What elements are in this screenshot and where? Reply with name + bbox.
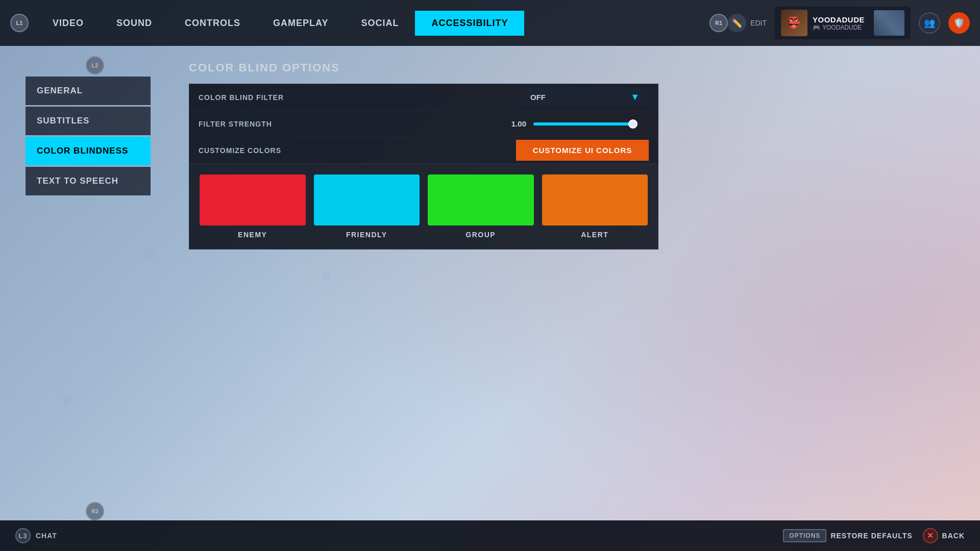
group-color-box[interactable] <box>428 174 534 226</box>
color-blind-filter-dropdown[interactable]: OFF ▼ <box>521 88 649 107</box>
alert-color-box[interactable] <box>542 174 648 226</box>
main-content: L2 GENERAL SUBTITLES COLOR BLINDNESS TEX… <box>0 46 980 551</box>
customize-colors-label: CUSTOMIZE COLORS <box>199 146 516 155</box>
enemy-color-box[interactable] <box>200 174 306 226</box>
sidebar-item-subtitles[interactable]: SUBTITLES <box>26 107 151 135</box>
notification-button[interactable]: 🛡️ <box>948 12 970 34</box>
sidebar-item-text-to-speech[interactable]: TEXT TO SPEECH <box>26 167 151 195</box>
bottom-right-actions: OPTIONS RESTORE DEFAULTS ✕ BACK <box>783 528 965 543</box>
r2-button[interactable]: R2 <box>86 502 104 520</box>
slider-thumb[interactable] <box>628 119 638 129</box>
chat-label: CHAT <box>36 532 57 540</box>
back-button[interactable]: ✕ BACK <box>923 528 965 543</box>
l2-button[interactable]: L2 <box>86 56 104 74</box>
alert-label: ALERT <box>581 231 608 239</box>
r1-button[interactable]: R1 <box>709 14 728 32</box>
swatch-enemy: ENEMY <box>200 174 306 239</box>
avatar: 👺 <box>781 10 807 36</box>
slider-value: 1.00 <box>506 119 526 128</box>
chat-section: L3 CHAT <box>15 528 57 543</box>
tab-accessibility[interactable]: ACCESSIBILITY <box>415 11 524 36</box>
color-swatches: ENEMY FRIENDLY GROUP ALERT <box>189 164 658 249</box>
enemy-label: ENEMY <box>238 231 267 239</box>
restore-defaults-label: RESTORE DEFAULTS <box>830 532 912 540</box>
options-container: COLOR BLIND FILTER OFF ▼ FILTER STRENGTH… <box>189 84 658 164</box>
chevron-down-icon: ▼ <box>630 92 640 103</box>
nav-right: ✏️ EDIT 👺 YOODADUDE 🎮 YOODADUDE 👥 🛡️ <box>728 7 970 39</box>
group-label: GROUP <box>465 231 496 239</box>
dropdown-value: OFF <box>530 93 546 102</box>
sidebar: L2 GENERAL SUBTITLES COLOR BLINDNESS TEX… <box>0 46 168 551</box>
tab-gameplay[interactable]: GAMEPLAY <box>257 12 345 35</box>
options-tag: OPTIONS <box>783 529 826 542</box>
top-nav: L1 VIDEO SOUND CONTROLS GAMEPLAY SOCIAL … <box>0 0 980 46</box>
bottom-bar: L3 CHAT OPTIONS RESTORE DEFAULTS ✕ BACK <box>0 520 980 551</box>
playstation-icon: 🎮 <box>813 24 820 31</box>
tab-social[interactable]: SOCIAL <box>345 12 415 35</box>
customize-ui-colors-button[interactable]: CUSTOMIZE UI COLORS <box>516 140 649 161</box>
nav-tabs: VIDEO SOUND CONTROLS GAMEPLAY SOCIAL ACC… <box>36 11 702 36</box>
user-card: 👺 YOODADUDE 🎮 YOODADUDE <box>775 7 911 39</box>
edit-label: EDIT <box>750 19 767 27</box>
sidebar-item-color-blindness[interactable]: COLOR BLINDNESS <box>26 137 151 165</box>
slider-track[interactable] <box>533 122 635 126</box>
swatch-friendly: FRIENDLY <box>314 174 420 239</box>
l1-button[interactable]: L1 <box>10 14 29 32</box>
username: YOODADUDE <box>813 15 865 24</box>
content-panel: COLOR BLIND OPTIONS COLOR BLIND FILTER O… <box>168 46 980 551</box>
back-label: BACK <box>942 532 965 540</box>
tab-controls[interactable]: CONTROLS <box>168 12 257 35</box>
color-blind-filter-label: COLOR BLIND FILTER <box>199 93 521 102</box>
filter-strength-row: FILTER STRENGTH 1.00 <box>189 111 658 137</box>
swatch-group: GROUP <box>428 174 534 239</box>
section-title: COLOR BLIND OPTIONS <box>189 61 960 74</box>
friendly-color-box[interactable] <box>314 174 420 226</box>
restore-defaults-button[interactable]: OPTIONS RESTORE DEFAULTS <box>783 529 912 542</box>
user-platform: 🎮 YOODADUDE <box>813 24 865 31</box>
slider-fill <box>533 122 635 126</box>
sidebar-item-general[interactable]: GENERAL <box>26 77 151 105</box>
customize-colors-row: CUSTOMIZE COLORS CUSTOMIZE UI COLORS <box>189 137 658 164</box>
edit-icon: ✏️ <box>728 14 746 32</box>
x-icon: ✕ <box>923 528 938 543</box>
color-blind-filter-row: COLOR BLIND FILTER OFF ▼ <box>189 84 658 111</box>
edit-button[interactable]: ✏️ EDIT <box>728 14 767 32</box>
friends-button[interactable]: 👥 <box>919 12 940 34</box>
filter-strength-label: FILTER STRENGTH <box>199 120 506 128</box>
l3-button[interactable]: L3 <box>15 528 31 543</box>
friendly-label: FRIENDLY <box>346 231 387 239</box>
tab-sound[interactable]: SOUND <box>100 12 168 35</box>
tab-video[interactable]: VIDEO <box>36 12 100 35</box>
filter-strength-slider[interactable]: 1.00 <box>506 119 649 128</box>
swatch-alert: ALERT <box>542 174 648 239</box>
user-info: YOODADUDE 🎮 YOODADUDE <box>813 15 865 31</box>
